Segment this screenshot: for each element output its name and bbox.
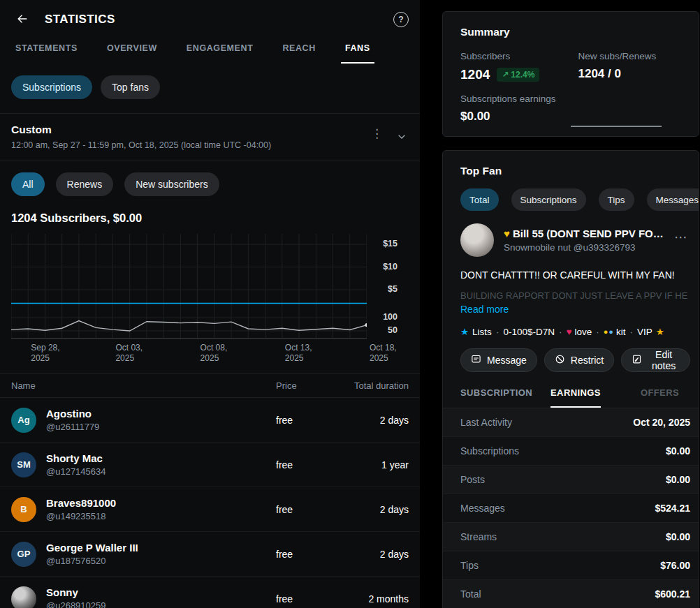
fan-action-buttons: Message Restrict Edit notes: [443, 348, 699, 372]
tab-fans[interactable]: FANS: [341, 40, 374, 64]
earnings-sparkline: [571, 126, 662, 127]
top-fan-title: Top Fan: [443, 165, 699, 177]
tag-vip[interactable]: VIP: [637, 327, 652, 337]
restrict-button[interactable]: Restrict: [544, 348, 614, 372]
chevron-down-icon: [396, 131, 407, 144]
tag-separator: ·: [596, 327, 599, 337]
read-more-link[interactable]: Read more: [460, 304, 509, 315]
fan-duration: 1 year: [318, 459, 409, 470]
trend-up-icon: ↗: [502, 70, 509, 80]
fan-price: free: [276, 593, 318, 605]
filter-all-pill[interactable]: All: [11, 172, 45, 196]
top-fans-pill[interactable]: Top fans: [101, 75, 160, 99]
subscriptions-pill[interactable]: Subscriptions: [11, 75, 92, 99]
kebab-menu-button[interactable]: ⋮: [371, 126, 384, 141]
fan-duration: 2 months: [318, 593, 409, 605]
fan-price: free: [276, 549, 318, 560]
stat-value: $76.00: [660, 560, 690, 571]
table-row[interactable]: SM Shorty Mac @u127145634 free 1 year: [0, 443, 420, 487]
summary-subscribers-block: Subscribers 1204 ↗ 12.4% Subscriptions e…: [460, 51, 570, 124]
lists-star-icon: ★: [460, 326, 469, 337]
more-options-button[interactable]: ⋯: [671, 229, 690, 252]
chart-y-axis: $15$10$510050: [367, 234, 409, 339]
stat-label: Subscriptions: [460, 445, 519, 457]
message-icon: [471, 354, 481, 366]
stat-row-messages: Messages $524.21: [443, 494, 699, 523]
new-subs-label: New subs/Renews: [578, 51, 688, 61]
top-fan-name: Bill 55 (DONT SEND PPV FO…: [513, 228, 664, 239]
x-axis-label: Oct 13, 2025: [285, 343, 312, 364]
view-pill-row: Subscriptions Top fans: [0, 64, 420, 114]
stat-value: Oct 20, 2025: [633, 417, 690, 428]
date-range-selector[interactable]: Custom 12:00 am, Sep 27 - 11:59 pm, Oct …: [0, 114, 420, 161]
growth-percent: 12.4%: [511, 70, 534, 80]
earnings-value: $0.00: [460, 110, 570, 124]
tab-reach[interactable]: REACH: [278, 40, 319, 64]
fan-handle: @u26111779: [46, 422, 276, 432]
tag-price-list[interactable]: 0-100$-D7N: [503, 327, 555, 337]
fan-price: free: [276, 504, 318, 515]
tab-statements[interactable]: STATEMENTS: [11, 40, 82, 64]
tag-lists[interactable]: Lists: [472, 327, 492, 337]
stat-value: $0.00: [666, 531, 690, 542]
x-axis-label: Oct 18, 2025: [370, 343, 397, 364]
back-button[interactable]: [11, 8, 34, 31]
edit-notes-button[interactable]: Edit notes: [621, 348, 690, 372]
range-title: Custom: [11, 124, 353, 136]
filter-new-subscribers-pill[interactable]: New subscribers: [124, 172, 219, 196]
fan-tags-row: ★ Lists · 0-100$-D7N · ♥ love · ● ● kit …: [443, 326, 699, 337]
restrict-button-label: Restrict: [571, 355, 604, 366]
top-fan-subtitle: Snowmobile nut @u393326793: [504, 242, 671, 253]
edit-notes-button-label: Edit notes: [648, 349, 680, 371]
top-fan-identity[interactable]: ♥Bill 55 (DONT SEND PPV FO… Snowmobile n…: [443, 223, 699, 257]
message-button-label: Message: [487, 355, 527, 366]
fan-note-line1: DONT CHATTTT!! OR CAREFUL WITH MY FAN!: [443, 269, 699, 281]
tab-engagement[interactable]: ENGAGEMENT: [182, 40, 258, 64]
tag-kit[interactable]: kit: [616, 327, 626, 337]
fan-name: Braves891000: [46, 497, 276, 509]
stat-row-subscriptions: Subscriptions $0.00: [443, 437, 699, 466]
filter-renews-pill[interactable]: Renews: [56, 172, 114, 196]
table-row[interactable]: Sonny @u268910259 free 2 months: [0, 577, 420, 608]
top-fan-avatar: [460, 223, 494, 257]
stat-row-tips: Tips $76.00: [443, 551, 699, 580]
tab-earnings[interactable]: EARNINGS: [550, 387, 601, 408]
summary-title: Summary: [460, 26, 687, 38]
yellow-heart-icon: ♥: [504, 228, 510, 239]
topfan-messages-pill[interactable]: Messages: [647, 188, 699, 211]
x-axis-label: Sep 28, 2025: [31, 343, 59, 364]
collapse-button[interactable]: [391, 126, 413, 149]
fans-table-header: Name Price Total duration: [0, 373, 420, 398]
tab-offers[interactable]: OFFERS: [641, 387, 679, 408]
earnings-label: Subscriptions earnings: [460, 94, 570, 104]
vip-star-icon: ★: [656, 326, 664, 337]
fan-handle: @u127145634: [46, 466, 276, 477]
stat-row-streams: Streams $0.00: [443, 523, 699, 551]
stat-row-posts: Posts $0.00: [443, 466, 699, 494]
fan-price: free: [276, 459, 318, 470]
table-row[interactable]: Ag Agostino @u26111779 free 2 days: [0, 398, 420, 443]
fan-name: Agostino: [46, 408, 276, 420]
table-row[interactable]: B Braves891000 @u149235518 free 2 days: [0, 487, 420, 532]
column-total-duration: Total duration: [318, 380, 409, 391]
topfan-tips-pill[interactable]: Tips: [599, 188, 634, 211]
fan-price: free: [276, 415, 318, 426]
stat-value: $0.00: [666, 474, 690, 485]
stat-value: $0.00: [666, 445, 690, 457]
tab-overview[interactable]: OVERVIEW: [103, 40, 161, 64]
y-axis-label: 50: [388, 325, 398, 335]
message-button[interactable]: Message: [460, 348, 537, 372]
fan-duration: 2 days: [318, 415, 409, 426]
top-fan-card: Top Fan Total Subscriptions Tips Message…: [442, 150, 699, 608]
stat-label: Last Activity: [460, 417, 512, 428]
stat-label: Messages: [460, 503, 505, 514]
help-button[interactable]: ?: [393, 12, 409, 27]
tag-love[interactable]: love: [574, 327, 592, 337]
growth-badge: ↗ 12.4%: [497, 68, 539, 82]
table-row[interactable]: GP George P Waller III @u187576520 free …: [0, 532, 420, 577]
topfan-total-pill[interactable]: Total: [460, 188, 499, 211]
fan-duration: 2 days: [318, 549, 409, 560]
tab-subscription[interactable]: SUBSCRIPTION: [460, 387, 532, 408]
y-axis-label: $5: [388, 284, 398, 294]
topfan-subscriptions-pill[interactable]: Subscriptions: [511, 188, 586, 211]
